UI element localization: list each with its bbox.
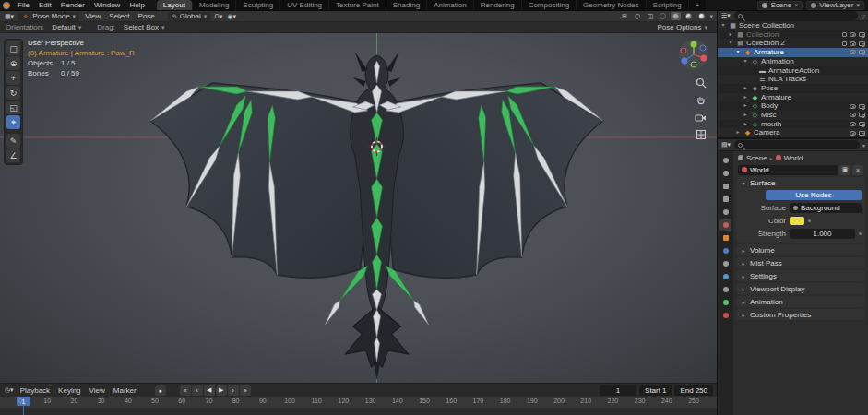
- settings-panel-header[interactable]: ▸ Settings: [736, 270, 865, 281]
- hide-eye-icon[interactable]: [850, 50, 856, 54]
- outliner-label[interactable]: Body: [761, 101, 848, 111]
- properties-filter-icon[interactable]: ▾: [862, 142, 865, 148]
- outliner-row-armature-action[interactable]: ▬ ArmatureAction: [718, 66, 868, 76]
- breadcrumb-scene[interactable]: Scene: [746, 154, 767, 162]
- tab-modeling[interactable]: Modeling: [193, 0, 236, 10]
- outliner-row-scene-collection[interactable]: ▾ ▦ Scene Collection: [718, 21, 868, 30]
- add-workspace-button[interactable]: +: [689, 0, 707, 10]
- disclosure-icon[interactable]: ▾: [742, 57, 749, 66]
- disable-render-icon[interactable]: [859, 104, 865, 109]
- disclosure-icon[interactable]: ▾: [734, 48, 742, 57]
- disclosure-icon[interactable]: ▾: [727, 39, 734, 48]
- disclosure-icon[interactable]: ▸: [742, 111, 749, 120]
- toggle-xray-icon[interactable]: ◫: [645, 12, 655, 21]
- menu-view[interactable]: View: [82, 12, 103, 20]
- menu-edit[interactable]: Edit: [34, 1, 56, 9]
- tool-cursor[interactable]: ⊕: [6, 56, 20, 70]
- disclosure-icon[interactable]: ▸: [742, 93, 749, 102]
- tab-object-data[interactable]: [719, 297, 731, 308]
- drag-mode-dropdown[interactable]: Select Box ▾: [120, 23, 169, 32]
- outliner-editor-type-icon[interactable]: ☰▾: [720, 11, 731, 20]
- snap-magnet-icon[interactable]: Ω▾: [213, 12, 223, 21]
- exclude-checkbox-icon[interactable]: [842, 32, 847, 37]
- outliner-row-collection-2[interactable]: ▾ ▤ Collection 2: [718, 39, 868, 48]
- tab-texture-paint[interactable]: Texture Paint: [329, 0, 386, 10]
- disable-render-icon[interactable]: [859, 131, 865, 136]
- outliner-row-animation[interactable]: ▾ ◇ Animation: [718, 57, 868, 66]
- breadcrumb-world[interactable]: World: [784, 154, 803, 162]
- blender-logo-icon[interactable]: [0, 0, 13, 10]
- properties-search-input[interactable]: [734, 140, 860, 149]
- use-nodes-button[interactable]: Use Nodes: [766, 190, 862, 200]
- viewlayer-selector[interactable]: ViewLayer ▾: [806, 1, 864, 10]
- viewport-display-panel-header[interactable]: ▸ Viewport Display: [736, 283, 865, 294]
- menu-render[interactable]: Render: [56, 1, 89, 9]
- outliner-label[interactable]: Armature: [754, 48, 848, 57]
- tab-rendering[interactable]: Rendering: [474, 0, 522, 10]
- surface-panel-header[interactable]: ▾ Surface: [736, 177, 865, 188]
- tab-world[interactable]: [719, 219, 731, 231]
- pose-options-dropdown[interactable]: Pose Options ▾: [653, 23, 711, 32]
- menu-select[interactable]: Select: [106, 12, 132, 20]
- outliner-label[interactable]: NLA Tracks: [768, 75, 865, 84]
- hide-eye-icon[interactable]: [850, 32, 856, 37]
- tab-object[interactable]: [719, 232, 731, 243]
- mode-dropdown[interactable]: ✧ Pose Mode ▾: [18, 12, 79, 21]
- outliner-label[interactable]: mouth: [761, 120, 848, 129]
- frame-start-field[interactable]: Start 1: [639, 385, 672, 396]
- jump-to-end-button[interactable]: »: [240, 385, 251, 396]
- tab-scene[interactable]: [719, 207, 731, 218]
- tab-physics[interactable]: [719, 271, 731, 282]
- menu-window[interactable]: Window: [89, 1, 125, 9]
- outliner-label[interactable]: Armature: [761, 93, 865, 102]
- play-button[interactable]: ▶: [216, 385, 227, 396]
- timeline-editor-type-icon[interactable]: ◷▾: [4, 385, 15, 395]
- strength-slider[interactable]: 1.000: [790, 229, 855, 239]
- menu-tl-view[interactable]: View: [87, 386, 108, 395]
- outliner-label[interactable]: ArmatureAction: [768, 66, 865, 76]
- outliner-label[interactable]: Pose: [761, 84, 865, 93]
- outliner-search-input[interactable]: [734, 11, 859, 20]
- tab-constraints[interactable]: [719, 284, 731, 295]
- tab-uv-editing[interactable]: UV Editing: [280, 0, 329, 10]
- hide-eye-icon[interactable]: [850, 42, 856, 46]
- navigation-gizmo[interactable]: [678, 39, 709, 70]
- volume-panel-header[interactable]: ▸ Volume: [736, 244, 865, 255]
- shading-material-button[interactable]: [684, 12, 694, 20]
- disclosure-icon[interactable]: ▸: [734, 128, 742, 137]
- animate-dot-icon[interactable]: [808, 219, 811, 222]
- tab-compositing[interactable]: Compositing: [522, 0, 577, 10]
- properties-editor-type-icon[interactable]: ▤▾: [720, 140, 731, 149]
- animate-dot-icon[interactable]: [859, 232, 862, 235]
- menu-keying[interactable]: Keying: [55, 386, 83, 395]
- custom-properties-panel-header[interactable]: ▸ Custom Properties: [736, 309, 865, 320]
- hide-eye-icon[interactable]: [850, 113, 856, 117]
- editor-type-icon[interactable]: ▦▾: [4, 12, 15, 21]
- outliner-row-armature-data[interactable]: ▸ ◆ Armature: [718, 93, 868, 102]
- fake-user-button[interactable]: ▣: [839, 165, 850, 175]
- menu-file[interactable]: File: [13, 1, 34, 9]
- hide-eye-icon[interactable]: [850, 122, 856, 126]
- exclude-checkbox-icon[interactable]: [842, 42, 847, 46]
- outliner-label[interactable]: Collection: [746, 30, 840, 40]
- show-gizmo-icon[interactable]: ⊞: [619, 12, 629, 21]
- timeline-ruler[interactable]: 1 01020304050607080901001101201301401501…: [0, 397, 717, 415]
- proportional-edit-icon[interactable]: ◉▾: [226, 12, 237, 21]
- tool-measure[interactable]: ∠: [6, 148, 20, 162]
- viewport-3d[interactable]: ▢ ⊕ + ↻ ◱ ⌖ ✎ ∠ User Perspective (0) Arm…: [0, 33, 717, 383]
- disclosure-icon[interactable]: ▸: [742, 84, 749, 93]
- animation-panel-header[interactable]: ▸ Animation: [736, 296, 865, 307]
- filter-icon[interactable]: ▽: [861, 13, 865, 19]
- toggle-ortho-icon[interactable]: [696, 129, 707, 140]
- outliner-label[interactable]: Camera: [754, 128, 848, 137]
- play-reverse-button[interactable]: ◀: [204, 385, 215, 396]
- outliner-row-armature-object[interactable]: ▾ ◆ Armature: [718, 48, 868, 57]
- disable-render-icon[interactable]: [859, 113, 865, 117]
- frame-end-field[interactable]: End 250: [674, 385, 713, 396]
- disclosure-icon[interactable]: ▸: [727, 30, 734, 40]
- prev-keyframe-button[interactable]: ‹: [192, 385, 203, 396]
- tab-material[interactable]: [719, 310, 731, 321]
- auto-key-icon[interactable]: ●: [155, 385, 166, 396]
- transform-orientation-dropdown[interactable]: ⊕ Global ▾: [168, 12, 211, 21]
- disclosure-icon[interactable]: ▾: [719, 21, 727, 30]
